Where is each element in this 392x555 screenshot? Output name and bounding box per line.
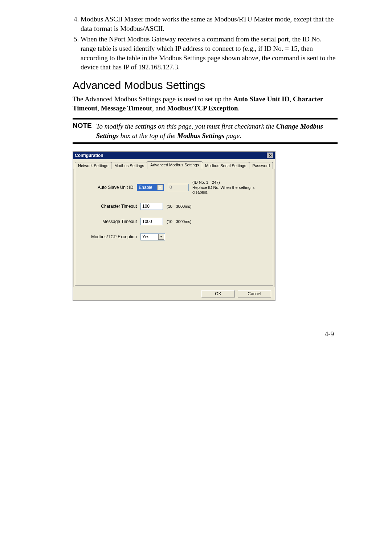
list-item-4: Modbus ASCII Master mode works the same … — [81, 15, 338, 33]
tab-advanced-modbus-settings[interactable]: Advanced Modbus Settings — [147, 161, 202, 169]
auto-slave-value: Enable — [139, 185, 152, 190]
list-item-5: When the NPort Modbus Gateway receives a… — [81, 35, 338, 72]
ok-button[interactable]: OK — [201, 290, 235, 297]
tabstrip: Network Settings Modbus Settings Advance… — [73, 159, 275, 169]
char-timeout-label: Character Timeout — [90, 204, 137, 209]
tab-network-settings[interactable]: Network Settings — [75, 162, 111, 169]
numbered-list: Modbus ASCII Master mode works the same … — [73, 15, 338, 72]
close-icon[interactable]: ✕ — [267, 153, 273, 158]
auto-hint-1: (ID No. 1 - 247) — [192, 180, 266, 185]
intro-text: , — [289, 95, 293, 103]
intro-bold: Auto Slave Unit ID — [233, 95, 290, 103]
exception-label: Modbus/TCP Exception — [90, 234, 137, 239]
chevron-down-icon: ▼ — [157, 185, 163, 190]
chevron-down-icon: ▼ — [158, 234, 164, 240]
char-timeout-field[interactable]: 100 — [140, 203, 163, 210]
auto-slave-id-field[interactable]: 0 — [168, 184, 189, 191]
tab-body: Auto Slave Unit ID Enable ▼ 0 (ID No. 1 … — [75, 169, 273, 286]
intro-bold: Modbus/TCP Exception — [167, 104, 238, 112]
row-modbus-exception: Modbus/TCP Exception Yes ▼ — [90, 233, 266, 240]
note-label: NOTE — [73, 122, 92, 140]
dialog-titlebar: Configuration ✕ — [73, 152, 275, 159]
configuration-dialog: Configuration ✕ Network Settings Modbus … — [73, 151, 275, 301]
tab-modbus-serial-settings[interactable]: Modbus Serial Settings — [202, 162, 249, 169]
auto-slave-id-value: 0 — [170, 185, 172, 190]
tab-modbus-settings[interactable]: Modbus Settings — [111, 162, 147, 169]
exception-select[interactable]: Yes ▼ — [140, 233, 165, 240]
msg-timeout-field[interactable]: 1000 — [140, 218, 163, 225]
row-char-timeout: Character Timeout 100 (10 - 3000ms) — [90, 203, 266, 210]
page-number: 4-9 — [73, 330, 338, 338]
row-auto-slave: Auto Slave Unit ID Enable ▼ 0 (ID No. 1 … — [90, 180, 266, 195]
intro-text: , — [97, 104, 101, 112]
note-span: box at the top of the — [119, 132, 177, 139]
dialog-buttonbar: OK Cancel — [73, 287, 275, 300]
auto-slave-select[interactable]: Enable ▼ — [137, 184, 164, 191]
note-span: To modify the settings on this page, you… — [96, 122, 276, 130]
intro-text: , and — [152, 104, 167, 112]
note-block: NOTE To modify the settings on this page… — [73, 119, 338, 142]
intro-text: . — [238, 104, 240, 112]
intro-text: The Advanced Modbus Settings page is use… — [73, 95, 233, 103]
divider — [73, 142, 338, 144]
auto-hint-2: Replace ID No. When the setting is disab… — [192, 185, 266, 195]
char-timeout-hint: (10 - 3000ms) — [167, 204, 191, 208]
note-span: page. — [224, 132, 241, 139]
cancel-button[interactable]: Cancel — [238, 290, 271, 297]
document-page: Modbus ASCII Master mode works the same … — [0, 0, 392, 353]
char-timeout-value: 100 — [142, 204, 150, 209]
exception-value: Yes — [142, 234, 150, 239]
note-bold: Modbus Settings — [177, 132, 224, 139]
row-msg-timeout: Message Timeout 1000 (10 - 3000ms) — [90, 218, 266, 225]
msg-timeout-label: Message Timeout — [90, 219, 137, 224]
auto-slave-hint: (ID No. 1 - 247) Replace ID No. When the… — [192, 180, 266, 195]
intro-paragraph: The Advanced Modbus Settings page is use… — [73, 94, 338, 113]
msg-timeout-value: 1000 — [142, 219, 152, 224]
tab-password[interactable]: Password — [249, 162, 273, 169]
note-text: To modify the settings on this page, you… — [96, 122, 338, 140]
auto-slave-label: Auto Slave Unit ID — [90, 185, 133, 190]
dialog-title: Configuration — [75, 153, 103, 158]
intro-bold: Message Timeout — [101, 104, 152, 112]
msg-timeout-hint: (10 - 3000ms) — [167, 219, 191, 224]
section-heading: Advanced Modbus Settings — [73, 79, 338, 92]
